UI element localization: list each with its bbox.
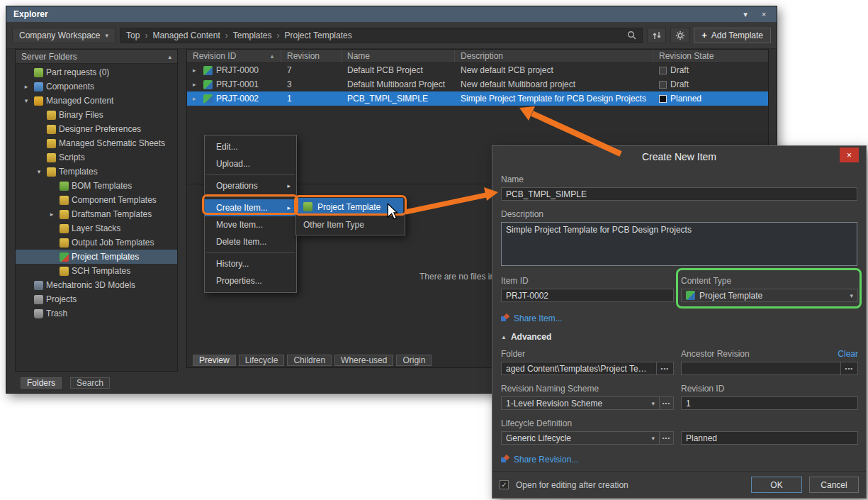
menu-item-label: Delete Item... <box>216 237 266 247</box>
tree-item-layer-stacks[interactable]: Layer Stacks <box>16 221 177 235</box>
column-header-revision[interactable]: Revision <box>281 50 342 62</box>
tree-item-sch-templates[interactable]: SCH Templates <box>16 264 177 278</box>
tree-collapsed-arrow-icon[interactable]: ▸ <box>47 211 57 218</box>
preview-tab-children[interactable]: Children <box>287 355 332 366</box>
part-requests-icon <box>34 68 43 77</box>
revision-state-cell: Draft <box>653 77 768 91</box>
preview-tab-where-used[interactable]: Where-used <box>334 355 393 366</box>
description-input[interactable]: Simple Project Template for PCB Design P… <box>501 222 857 266</box>
tree-item-scripts[interactable]: Scripts <box>16 150 177 165</box>
menu-item-upload[interactable]: Upload... <box>205 155 296 172</box>
tree-expanded-arrow-icon[interactable]: ▾ <box>21 97 31 104</box>
tree-item-component-templates[interactable]: Component Templates <box>16 193 177 207</box>
share-item-link[interactable]: Share Item... <box>501 313 563 323</box>
content-type-dropdown[interactable]: Project Template ▾ <box>681 289 858 302</box>
advanced-section-toggle[interactable]: ▲ Advanced <box>501 332 857 342</box>
cancel-button[interactable]: Cancel <box>809 477 859 493</box>
revision-id-input[interactable]: 1 <box>681 396 858 410</box>
share-revision-link[interactable]: Share Revision... <box>501 455 578 465</box>
table-row-prjt-0002[interactable]: ▸PRJT-00021PCB_TMPL_SIMPLESimple Project… <box>187 91 768 106</box>
tree-item-label: Projects <box>46 294 77 304</box>
tree-item-designer-preferences[interactable]: Designer Preferences <box>16 122 177 136</box>
server-folders-header[interactable]: Server Folders ▴ <box>16 50 177 64</box>
tree-item-draftsman-templates[interactable]: ▸Draftsman Templates <box>16 207 177 221</box>
tree-item-project-templates[interactable]: Project Templates <box>16 250 177 264</box>
sidebar-tab-folders[interactable]: Folders <box>21 377 62 389</box>
naming-scheme-browse-button[interactable]: ••• <box>660 396 674 410</box>
collapse-panel-icon[interactable]: ▴ <box>168 53 171 60</box>
open-for-editing-checkbox[interactable]: ✓ <box>500 480 509 489</box>
tree-item-components[interactable]: ▸Components <box>16 79 177 94</box>
sidebar-tabs: FoldersSearch <box>21 377 110 389</box>
add-template-button[interactable]: + Add Template <box>694 28 771 43</box>
tree-item-binary-files[interactable]: Binary Files <box>16 108 177 122</box>
ancestor-revision-input[interactable]: ••• <box>681 362 858 375</box>
lifecycle-state-input[interactable]: Planned <box>681 431 858 445</box>
preview-tab-origin[interactable]: Origin <box>396 355 432 366</box>
row-expand-icon[interactable]: ▸ <box>193 67 200 74</box>
settings-button[interactable] <box>670 28 689 43</box>
column-header-revision-state[interactable]: Revision State <box>653 50 768 62</box>
sync-button[interactable] <box>647 28 666 43</box>
close-icon[interactable]: × <box>840 148 859 162</box>
revision-id-value: PRJT-0000 <box>216 65 259 75</box>
close-icon[interactable]: × <box>758 10 770 18</box>
tree-item-managed-schematic-sheets[interactable]: Managed Schematic Sheets <box>16 136 177 150</box>
menu-item-delete-item[interactable]: Delete Item... <box>205 233 296 250</box>
menu-item-create-item[interactable]: Create Item...▸ <box>205 199 296 216</box>
menu-item-edit[interactable]: Edit... <box>205 138 296 155</box>
clear-link[interactable]: Clear <box>838 349 858 359</box>
tree-item-projects[interactable]: Projects <box>16 292 177 306</box>
folder-input[interactable]: aged Content\Templates\Project Templates… <box>501 362 674 375</box>
chevron-down-icon: ▾ <box>106 32 109 39</box>
tree-expanded-arrow-icon[interactable]: ▾ <box>34 168 44 175</box>
tree-item-part-requests-0[interactable]: Part requests (0) <box>16 65 177 79</box>
dialog-titlebar[interactable]: Create New Item × <box>492 146 866 167</box>
table-row-prjt-0001[interactable]: ▸PRJT-00013Default Multiboard ProjectNew… <box>187 77 768 91</box>
workspace-selector-button[interactable]: Company Workspace ▾ <box>12 28 115 43</box>
column-header-revision-id[interactable]: Revision ID▲ <box>187 50 281 62</box>
table-row-prjt-0000[interactable]: ▸PRJT-00007Default PCB ProjectNew defaul… <box>187 63 768 77</box>
naming-scheme-dropdown[interactable]: 1-Level Revision Scheme ▾ <box>501 396 660 410</box>
menu-item-history[interactable]: History... <box>205 255 296 272</box>
breadcrumb-managed-content[interactable]: Managed Content <box>152 30 220 40</box>
preview-tab-lifecycle[interactable]: Lifecycle <box>239 355 285 366</box>
tree-collapsed-arrow-icon[interactable]: ▸ <box>21 83 31 90</box>
panel-dropdown-icon[interactable]: ▾ <box>740 10 751 19</box>
tree-item-mechatronic-3d-models[interactable]: Mechatronic 3D Models <box>16 278 177 292</box>
tree-item-bom-templates[interactable]: BOM Templates <box>16 179 177 193</box>
ok-button[interactable]: OK <box>751 477 802 493</box>
sidebar-tab-search[interactable]: Search <box>70 377 110 389</box>
description-value: Simple Project Template for PCB Design P… <box>461 94 646 104</box>
window-titlebar[interactable]: Explorer ▾ × <box>6 6 777 22</box>
search-icon[interactable] <box>627 30 636 40</box>
preview-tab-preview[interactable]: Preview <box>193 355 236 366</box>
lifecycle-browse-button[interactable]: ••• <box>660 431 674 445</box>
lifecycle-value: Generic Lifecycle <box>506 433 647 443</box>
column-header-name[interactable]: Name <box>342 50 455 62</box>
breadcrumb-project-templates[interactable]: Project Templates <box>285 30 352 40</box>
row-expand-icon[interactable]: ▸ <box>193 95 200 102</box>
tree-item-output-job-templates[interactable]: Output Job Templates <box>16 235 177 250</box>
advanced-expanded-icon: ▲ <box>501 334 507 340</box>
folder-tree: Part requests (0)▸Components▾Managed Con… <box>16 64 177 371</box>
name-input[interactable]: PCB_TMPL_SIMPLE <box>501 187 857 201</box>
tree-item-trash[interactable]: Trash <box>16 306 177 321</box>
folder-browse-button[interactable]: ••• <box>656 362 669 374</box>
column-header-description[interactable]: Description <box>455 50 653 62</box>
breadcrumb-top[interactable]: Top <box>126 30 140 40</box>
submenu-item-other-item-type[interactable]: Other Item Type <box>298 216 403 233</box>
ancestor-browse-button[interactable]: ••• <box>840 362 853 374</box>
breadcrumb-templates[interactable]: Templates <box>233 30 272 40</box>
submenu-item-project-template[interactable]: Project Template <box>298 198 403 216</box>
row-expand-icon[interactable]: ▸ <box>193 81 200 88</box>
tree-item-templates[interactable]: ▾Templates <box>16 165 177 179</box>
description-value: Simple Project Template for PCB Design P… <box>506 225 692 235</box>
menu-item-properties[interactable]: Properties... <box>205 272 296 289</box>
tree-item-managed-content[interactable]: ▾Managed Content <box>16 94 177 108</box>
menu-item-move-item[interactable]: Move Item... <box>205 216 296 233</box>
item-id-input[interactable]: PRJT-0002 <box>501 289 674 302</box>
menu-item-operations[interactable]: Operations▸ <box>205 177 296 194</box>
lifecycle-dropdown[interactable]: Generic Lifecycle ▾ <box>501 431 660 445</box>
item-id-value: PRJT-0002 <box>506 291 669 301</box>
